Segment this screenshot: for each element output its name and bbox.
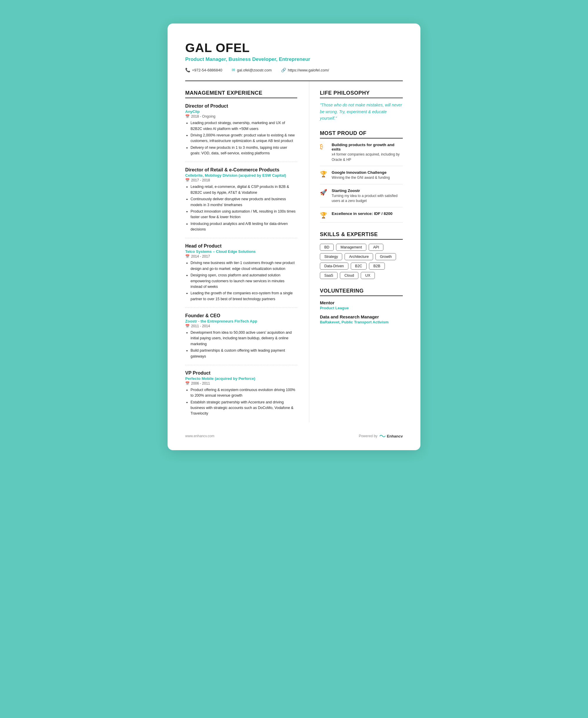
skill-saas: SaaS — [320, 272, 338, 279]
exp-bullets-5: Product offering & ecosystem continuous … — [185, 387, 297, 417]
email-value: gal.ofel@zoostr.com — [237, 68, 272, 72]
bullet-2-3: Product innovation using automation / ML… — [190, 209, 297, 220]
exp-bullets-1: Leading product strategy, ownership, mar… — [185, 120, 297, 156]
life-philosophy-title: LIFE PHILOSOPHY — [320, 90, 403, 98]
bullet-3-1: Driving new business with tier-1 custome… — [190, 260, 297, 272]
bitcoin-icon: ₿ — [320, 143, 328, 150]
powered-by-text: Powered by — [359, 434, 377, 438]
exp-dates-4: 📅 2011 - 2014 — [185, 324, 297, 328]
bullet-3-3: Leading the growth of the companies eco-… — [190, 291, 297, 302]
proud-title-3: Starting Zoostr — [332, 188, 403, 193]
proud-title-1: Building products for growth and exits — [332, 143, 403, 151]
skill-api: API — [369, 244, 383, 251]
exp-bullets-4: Development from idea to 50,000 active u… — [185, 330, 297, 359]
exp-dates-1: 📅 2018 - Ongoing — [185, 114, 297, 119]
philosophy-quote: "Those who do not make mistakes, will ne… — [320, 102, 403, 122]
footer: www.enhancv.com Powered by Enhancv — [185, 434, 403, 438]
calendar-icon-3: 📅 — [185, 254, 190, 258]
exp-item-1: Director of Product AnyClip 📅 2018 - Ong… — [185, 104, 297, 162]
website-contact: 🔗 https://www.galofel.com/ — [281, 68, 329, 72]
vol-item-1: Mentor Product League — [320, 300, 403, 310]
bullet-3-2: Designing open, cross platform and autom… — [190, 273, 297, 290]
bullet-5-2: Establish strategic partnership with Acc… — [190, 400, 297, 417]
calendar-icon-5: 📅 — [185, 381, 190, 385]
exp-item-5: VP Product Perfecto Mobile (acquired by … — [185, 371, 297, 422]
exp-bullets-2: Leading retail, e-commerce, digital & CS… — [185, 184, 297, 232]
rocket-icon: 🚀 — [320, 189, 328, 196]
skill-bd: BD — [320, 244, 334, 251]
exp-company-1: AnyClip — [185, 109, 297, 114]
exp-title-1: Director of Product — [185, 104, 297, 109]
exp-dates-5: 📅 2006 - 2011 — [185, 381, 297, 385]
skill-ux: UX — [361, 272, 375, 279]
skill-growth: Growth — [375, 253, 396, 260]
enhancv-logo: Enhancv — [379, 434, 403, 438]
skill-strategy: Strategy — [320, 253, 342, 260]
vol-title-1: Mentor — [320, 300, 403, 305]
proud-title-4: Excellence in service: IDF / 8200 — [332, 211, 393, 216]
bullet-2-4: Introducing product analytics and A/B te… — [190, 221, 297, 233]
skill-management: Management — [336, 244, 366, 251]
exp-title-2: Director of Retail & e-Commerce Products — [185, 167, 297, 173]
bullet-4-1: Development from idea to 50,000 active u… — [190, 330, 297, 347]
trophy2-icon: 🏆 — [320, 212, 328, 219]
enhancv-brand-name: Enhancv — [387, 434, 403, 438]
candidate-name: GAL OFEL — [185, 41, 403, 55]
exp-company-2: Cellebrite, Mobilogy Division (acquired … — [185, 173, 297, 177]
proud-content-3: Starting Zoostr Turning my idea to a pro… — [332, 188, 403, 204]
phone-value: +972-54-6886840 — [192, 68, 222, 72]
exp-item-3: Head of Product Telco Systems – Cloud Ed… — [185, 244, 297, 308]
phone-contact: 📞 +972-54-6886840 — [185, 68, 222, 72]
header-section: GAL OFEL Product Manager, Business Devel… — [185, 41, 403, 81]
proud-title-2: Google Innovation Challenge — [332, 170, 390, 175]
vol-title-2: Data and Research Manager — [320, 314, 403, 319]
proud-content-1: Building products for growth and exits x… — [332, 143, 403, 162]
proud-item-4: 🏆 Excellence in service: IDF / 8200 — [320, 211, 403, 223]
most-proud-title: MOST PROUD OF — [320, 130, 403, 139]
exp-company-3: Telco Systems – Cloud Edge Solutions — [185, 249, 297, 254]
email-contact: ✉ gal.ofel@zoostr.com — [232, 68, 272, 72]
bullet-2-1: Leading retail, e-commerce, digital & CS… — [190, 184, 297, 195]
exp-dates-3: 📅 2014 - 2017 — [185, 254, 297, 258]
resume-card: GAL OFEL Product Manager, Business Devel… — [168, 23, 420, 450]
right-column: LIFE PHILOSOPHY "Those who do not make m… — [309, 81, 403, 422]
proud-item-3: 🚀 Starting Zoostr Turning my idea to a p… — [320, 188, 403, 208]
enhancv-logo-svg — [379, 434, 386, 438]
body-columns: MANAGEMENT EXPERIENCE Director of Produc… — [185, 81, 403, 422]
skills-title: SKILLS & EXPERTISE — [320, 231, 403, 240]
left-column: MANAGEMENT EXPERIENCE Director of Produc… — [185, 81, 297, 422]
exp-company-5: Perfecto Mobile (acquired by Perforce) — [185, 376, 297, 381]
bullet-5-1: Product offering & ecosystem continuous … — [190, 387, 297, 399]
proud-desc-1: x4 former companies acquired, including … — [332, 152, 403, 162]
proud-item-2: 🏆 Google Innovation Challenge Winning th… — [320, 170, 403, 184]
website-value: https://www.galofel.com/ — [288, 68, 329, 72]
bullet-1-2: Driving 2,000% revenue growth: product v… — [190, 133, 297, 144]
exp-company-4: Zoostr - the Entrepreneurs FinTech App — [185, 319, 297, 323]
proud-desc-2: Winning the the GNI award & funding — [332, 175, 390, 180]
exp-item-2: Director of Retail & e-Commerce Products… — [185, 167, 297, 238]
calendar-icon-4: 📅 — [185, 324, 190, 328]
exp-title-5: VP Product — [185, 371, 297, 376]
calendar-icon-2: 📅 — [185, 178, 190, 182]
bullet-2-2: Continuously deliver disruptive new prod… — [190, 196, 297, 208]
skill-b2c: B2C — [351, 262, 366, 270]
exp-title-3: Head of Product — [185, 244, 297, 249]
skill-architecture: Architecture — [344, 253, 373, 260]
proud-content-2: Google Innovation Challenge Winning the … — [332, 170, 390, 180]
exp-title-4: Founder & CEO — [185, 313, 297, 318]
candidate-title: Product Manager, Business Developer, Ent… — [185, 57, 403, 62]
exp-dates-2: 📅 2017 - 2018 — [185, 178, 297, 182]
contact-row: 📞 +972-54-6886840 ✉ gal.ofel@zoostr.com … — [185, 68, 403, 72]
email-icon: ✉ — [232, 68, 235, 72]
skill-b2b: B2B — [369, 262, 385, 270]
calendar-icon-1: 📅 — [185, 114, 190, 119]
skill-cloud: Cloud — [340, 272, 358, 279]
proud-content-4: Excellence in service: IDF / 8200 — [332, 211, 393, 216]
bullet-1-1: Leading product strategy, ownership, mar… — [190, 120, 297, 132]
volunteering-title: VOLUNTEERING — [320, 288, 403, 296]
skills-grid: BD Management API Strategy Architecture … — [320, 244, 403, 279]
link-icon: 🔗 — [281, 68, 286, 72]
vol-org-2: BaRakevet, Public Transport Activism — [320, 320, 403, 324]
vol-org-1: Product League — [320, 306, 403, 310]
phone-icon: 📞 — [185, 68, 190, 72]
